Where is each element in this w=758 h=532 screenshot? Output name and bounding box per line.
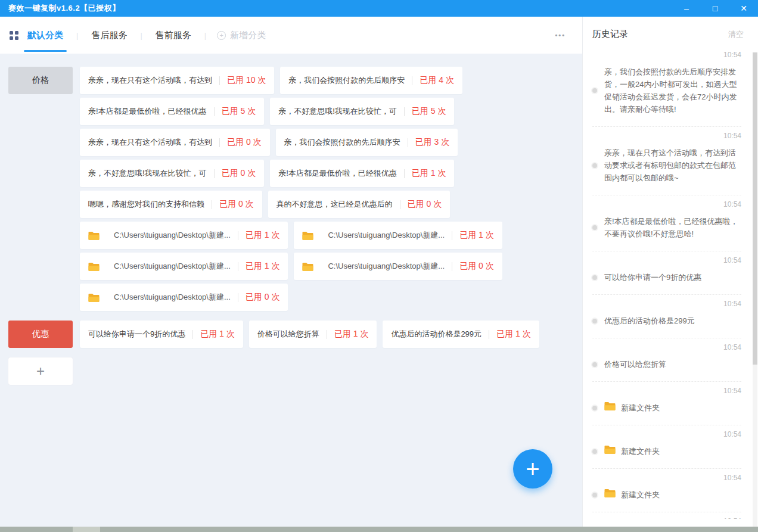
chip-divider — [219, 76, 220, 85]
phrase-chip[interactable]: 亲!本店都是最低价啦，已经很优惠已用 5 次 — [80, 98, 264, 125]
history-item[interactable]: 10:54新建文件夹 — [592, 382, 741, 425]
phrase-chip[interactable]: 可以给你申请一个9折的优惠已用 1 次 — [80, 321, 243, 348]
phrase-chip[interactable]: 亲，我们会按照付款的先后顺序安已用 3 次 — [276, 129, 458, 156]
chip-text: 可以给你申请一个9折的优惠 — [88, 329, 185, 340]
chip-text: C:\Users\tuiguang\Desktop\新建... — [114, 261, 231, 272]
chip-divider — [404, 107, 405, 116]
tab-pre-sales[interactable]: 售前服务 — [153, 17, 194, 54]
phrase-chip[interactable]: 亲，不好意思哦!我现在比较忙，可已用 0 次 — [80, 160, 264, 187]
chip-text: 优惠后的活动价格是299元 — [391, 329, 481, 340]
chip-divider — [404, 169, 405, 178]
folder-chip[interactable]: C:\Users\tuiguang\Desktop\新建...已用 1 次 — [294, 222, 502, 249]
add-phrase-fab[interactable]: + — [513, 449, 552, 489]
chip-divider — [192, 330, 193, 339]
maximize-button[interactable]: □ — [701, 0, 729, 17]
history-text: 新建文件夹 — [604, 402, 660, 414]
timeline-dot-icon — [592, 493, 597, 497]
category-label[interactable]: 优惠 — [8, 321, 73, 348]
chip-text: 亲!本店都是最低价啦，已经很优惠 — [88, 106, 207, 117]
usage-count: 已用 1 次 — [200, 329, 235, 340]
phrase-panel: 价格亲亲，现在只有这个活动哦，有达到已用 10 次亲，我们会按照付款的先后顺序安… — [0, 54, 582, 527]
bottom-scrollbar[interactable] — [0, 527, 758, 532]
tab-add-category[interactable]: + 新增分类 — [217, 30, 266, 41]
folder-icon — [88, 293, 100, 302]
chip-row: C:\Users\tuiguang\Desktop\新建...已用 0 次 — [80, 284, 502, 311]
chip-text: C:\Users\tuiguang\Desktop\新建... — [328, 261, 445, 272]
usage-count: 已用 0 次 — [227, 137, 262, 148]
bottom-scrollbar-thumb[interactable] — [73, 527, 100, 532]
chip-row: C:\Users\tuiguang\Desktop\新建...已用 1 次C:\… — [80, 253, 502, 280]
usage-count: 已用 0 次 — [459, 261, 494, 272]
folder-chip[interactable]: C:\Users\tuiguang\Desktop\新建...已用 0 次 — [80, 284, 288, 311]
chip-divider — [489, 330, 489, 339]
history-item[interactable]: 10:54亲亲，现在只有这个活动哦，有达到活动要求或者有标明包邮的款式在包邮范围… — [592, 127, 741, 195]
phrase-chip[interactable]: 亲!本店都是最低价啦，已经很优惠已用 1 次 — [270, 160, 454, 187]
history-timestamp: 10:54 — [592, 517, 741, 519]
chip-row: 嗯嗯，感谢您对我们的支持和信赖已用 0 次真的不好意思，这已经是优惠后的已用 0… — [80, 191, 502, 218]
chip-row: 亲亲，现在只有这个活动哦，有达到已用 10 次亲，我们会按照付款的先后顺序安已用… — [80, 67, 502, 94]
history-item[interactable]: 10:54价格可以给您折算 — [592, 338, 741, 382]
history-item[interactable]: 10:54新建文件夹 — [592, 469, 741, 512]
chip-text: 亲亲，现在只有这个活动哦，有达到 — [88, 137, 212, 148]
history-text: 亲!本店都是最低价啦，已经很优惠啦，不要再议价哦!不好意思哈! — [604, 215, 741, 240]
folder-chip[interactable]: C:\Users\tuiguang\Desktop\新建...已用 0 次 — [294, 253, 502, 280]
history-item[interactable]: 10:54亲，我们会按照付款的先后顺序安排发货，一般24内小时都可发出，如遇大型… — [592, 46, 741, 127]
timeline-dot-icon — [592, 362, 597, 367]
chip-text: 亲，不好意思哦!我现在比较忙，可 — [88, 168, 207, 179]
category-group: 价格亲亲，现在只有这个活动哦，有达到已用 10 次亲，我们会按照付款的先后顺序安… — [8, 67, 582, 311]
history-timestamp: 10:54 — [592, 132, 741, 140]
timeline-dot-icon — [592, 319, 597, 323]
phrase-chip[interactable]: 亲亲，现在只有这个活动哦，有达到已用 0 次 — [80, 129, 270, 156]
titlebar: 赛效一键复制v1.6.2【已授权】 – □ ✕ — [0, 0, 758, 17]
more-icon[interactable]: ••• — [555, 32, 571, 39]
phrase-chip[interactable]: 优惠后的活动价格是299元已用 1 次 — [383, 321, 539, 348]
phrase-chip[interactable]: 真的不好意思，这已经是优惠后的已用 0 次 — [268, 191, 451, 218]
tab-default-category[interactable]: 默认分类 — [25, 17, 66, 54]
history-timestamp: 10:54 — [592, 430, 741, 438]
folder-icon — [302, 262, 313, 271]
history-timestamp: 10:54 — [592, 51, 741, 59]
close-button[interactable]: ✕ — [729, 0, 758, 17]
chip-text: 亲，我们会按照付款的先后顺序安 — [284, 137, 400, 148]
folder-chip[interactable]: C:\Users\tuiguang\Desktop\新建...已用 1 次 — [80, 222, 288, 249]
clear-history-button[interactable]: 清空 — [728, 29, 744, 40]
category-group: 优惠可以给你申请一个9折的优惠已用 1 次价格可以给您折算已用 1 次优惠后的活… — [8, 321, 582, 348]
phrase-chip[interactable]: 亲，不好意思哦!我现在比较忙，可已用 5 次 — [270, 98, 454, 125]
folder-name: 新建文件夹 — [621, 445, 660, 458]
history-item[interactable]: 10:54亲亲，现在只有这个活动哦，有达到活动 — [592, 512, 741, 519]
chip-text: 嗯嗯，感谢您对我们的支持和信赖 — [88, 199, 204, 210]
tab-separator: | — [140, 31, 142, 40]
category-label[interactable]: 价格 — [8, 67, 73, 94]
phrase-chip[interactable]: 亲亲，现在只有这个活动哦，有达到已用 10 次 — [80, 67, 274, 94]
history-item[interactable]: 10:54优惠后的活动价格是299元 — [592, 295, 741, 338]
phrase-chip[interactable]: 嗯嗯，感谢您对我们的支持和信赖已用 0 次 — [80, 191, 262, 218]
history-text: 价格可以给您折算 — [604, 358, 666, 371]
add-category-button[interactable]: + — [8, 357, 73, 385]
sidebar-scrollbar[interactable] — [753, 52, 757, 527]
history-text: 可以给你申请一个9折的优惠 — [604, 271, 701, 284]
history-item[interactable]: 10:54亲!本店都是最低价啦，已经很优惠啦，不要再议价哦!不好意思哈! — [592, 195, 741, 251]
phrase-chip[interactable]: 价格可以给您折算已用 1 次 — [249, 321, 377, 348]
history-item-body: 新建文件夹 — [592, 489, 741, 501]
history-timestamp: 10:54 — [592, 474, 741, 482]
chip-divider — [238, 231, 238, 240]
folder-icon — [604, 445, 616, 458]
chip-row: 亲亲，现在只有这个活动哦，有达到已用 0 次亲，我们会按照付款的先后顺序安已用 … — [80, 129, 502, 156]
chip-divider — [214, 169, 215, 178]
chip-row: 亲!本店都是最低价啦，已经很优惠已用 5 次亲，不好意思哦!我现在比较忙，可已用… — [80, 98, 502, 125]
history-item[interactable]: 10:54可以给你申请一个9折的优惠 — [592, 251, 741, 295]
history-item[interactable]: 10:54新建文件夹 — [592, 425, 741, 469]
scrollbar-thumb[interactable] — [753, 52, 757, 365]
usage-count: 已用 4 次 — [420, 75, 454, 86]
chip-text: C:\Users\tuiguang\Desktop\新建... — [328, 230, 445, 241]
folder-chip[interactable]: C:\Users\tuiguang\Desktop\新建...已用 1 次 — [80, 253, 288, 280]
chip-text: 亲，我们会按照付款的先后顺序安 — [288, 75, 405, 86]
folder-name: 新建文件夹 — [621, 489, 660, 501]
phrase-chip[interactable]: 亲，我们会按照付款的先后顺序安已用 4 次 — [280, 67, 462, 94]
history-timestamp: 10:54 — [592, 343, 741, 351]
chip-text: 价格可以给您折算 — [257, 329, 319, 340]
tab-after-sales[interactable]: 售后服务 — [89, 17, 129, 54]
minimize-button[interactable]: – — [672, 0, 701, 17]
usage-count: 已用 0 次 — [408, 199, 442, 210]
history-text: 优惠后的活动价格是299元 — [604, 315, 695, 327]
